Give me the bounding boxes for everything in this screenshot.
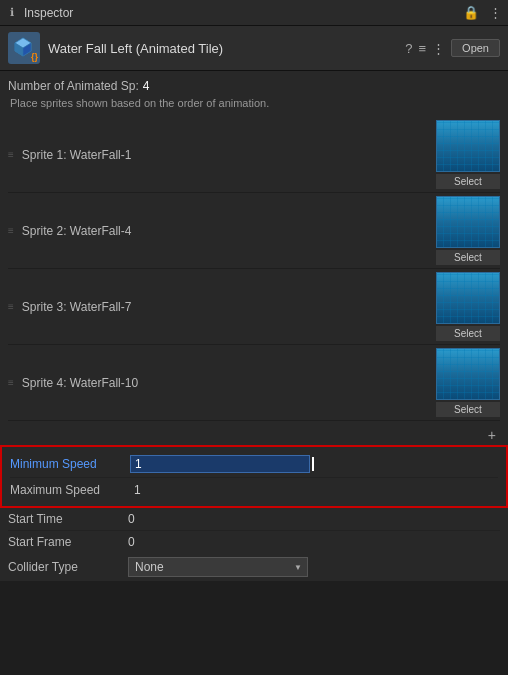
sprite-row: ≡ Sprite 2: WaterFall-4 Select [8,193,500,269]
properties-normal-section: Start Time 0 Start Frame 0 [0,508,508,553]
properties-highlighted-section: Minimum Speed Maximum Speed [0,445,508,508]
min-speed-label: Minimum Speed [10,457,130,471]
sprite-drag-handle[interactable]: ≡ [8,377,14,388]
min-speed-row: Minimum Speed [10,451,498,478]
start-frame-value: 0 [128,535,135,549]
header-title: Water Fall Left (Animated Tile) [48,41,397,56]
sprite-thumb-area: Select [436,120,500,189]
sprite-select-button[interactable]: Select [436,402,500,417]
min-speed-field[interactable] [130,455,498,473]
sprite-select-button[interactable]: Select [436,174,500,189]
max-speed-input[interactable] [130,482,310,498]
sprite-drag-handle[interactable]: ≡ [8,225,14,236]
sprite-label: Sprite 4: WaterFall-10 [22,376,436,390]
cursor-indicator [312,457,314,471]
properties-inner: Minimum Speed Maximum Speed [2,447,506,506]
start-time-label: Start Time [8,512,128,526]
collider-label: Collider Type [8,560,128,574]
content-area: Number of Animated Sp: 4 Place sprites s… [0,71,508,425]
num-sprites-row: Number of Animated Sp: 4 [8,79,500,93]
open-button[interactable]: Open [451,39,500,57]
sprite-label: Sprite 2: WaterFall-4 [22,224,436,238]
min-speed-input[interactable] [130,455,310,473]
sprite-select-button[interactable]: Select [436,326,500,341]
tab-title: Inspector [24,6,461,20]
start-time-row: Start Time 0 [8,508,500,531]
sprite-row: ≡ Sprite 1: WaterFall-1 Select [8,117,500,193]
sprite-select-button[interactable]: Select [436,250,500,265]
sprite-list: ≡ Sprite 1: WaterFall-1 Select ≡ Sprite … [8,117,500,421]
start-frame-row: Start Frame 0 [8,531,500,553]
header-row: {} Water Fall Left (Animated Tile) ? ≡ ⋮… [0,26,508,71]
sprite-drag-handle[interactable]: ≡ [8,149,14,160]
start-time-value: 0 [128,512,135,526]
max-speed-label: Maximum Speed [10,483,130,497]
sprite-thumb-area: Select [436,348,500,417]
header-menu-icon[interactable]: ⋮ [432,41,445,56]
collider-select[interactable]: NoneGridSprite [128,557,308,577]
num-sprites-value: 4 [143,79,150,93]
sprite-thumb-area: Select [436,272,500,341]
sprite-thumbnail [436,196,500,248]
sprite-drag-handle[interactable]: ≡ [8,301,14,312]
collider-row: Collider Type NoneGridSprite [0,553,508,581]
settings-icon[interactable]: ≡ [418,41,426,56]
sprite-thumb-area: Select [436,196,500,265]
tab-actions: 🔒 ⋮ [461,5,504,20]
header-buttons: ? ≡ ⋮ Open [405,39,500,57]
bracket-icon: {} [31,52,38,62]
sprite-thumbnail [436,272,500,324]
add-sprite-button[interactable]: + [484,427,500,443]
lock-icon[interactable]: 🔒 [461,5,481,20]
max-speed-row: Maximum Speed [10,478,498,502]
sprite-label: Sprite 3: WaterFall-7 [22,300,436,314]
start-frame-label: Start Frame [8,535,128,549]
sprite-thumbnail [436,348,500,400]
add-area: + [0,425,508,445]
tab-bar: ℹ Inspector 🔒 ⋮ [0,0,508,26]
asset-icon: {} [8,32,40,64]
sprite-label: Sprite 1: WaterFall-1 [22,148,436,162]
tab-menu-icon[interactable]: ⋮ [487,5,504,20]
inspector-icon: ℹ [4,5,20,21]
sprite-row: ≡ Sprite 3: WaterFall-7 Select [8,269,500,345]
sprite-row: ≡ Sprite 4: WaterFall-10 Select [8,345,500,421]
sprite-thumbnail [436,120,500,172]
collider-wrap[interactable]: NoneGridSprite [128,557,308,577]
num-sprites-label: Number of Animated Sp: [8,79,139,93]
place-sprites-hint: Place sprites shown based on the order o… [8,97,500,109]
help-icon[interactable]: ? [405,41,412,56]
